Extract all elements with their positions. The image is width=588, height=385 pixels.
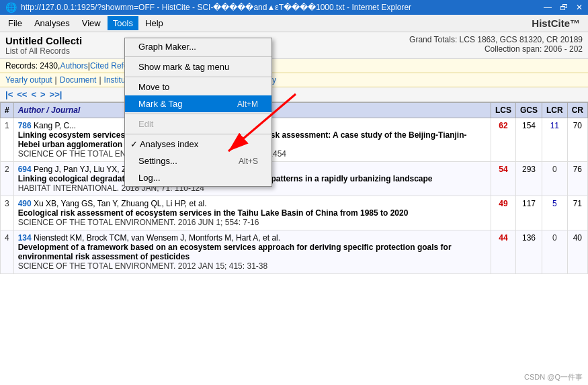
row-cr: 70	[567, 118, 587, 162]
record-source: SCIENCE OF THE TOTAL ENVIRONMENT. 2012 J…	[18, 261, 487, 271]
col-lcr: LCR	[542, 103, 567, 118]
table-row: 3490 Xu XB, Yang GS, Tan Y, Zhuang QL, L…	[1, 196, 588, 230]
tools-dropdown: Graph Maker... Show mark & tag menu Move…	[124, 38, 272, 187]
nav-links: Yearly output | Document | Institution |…	[0, 73, 588, 87]
edit-label: Edit	[138, 119, 153, 129]
dropdown-settings[interactable]: Settings... Alt+S	[125, 153, 271, 169]
row-num: 2	[1, 162, 14, 196]
table-row: 2694 Peng J, Pan YJ, Liu YX, Zhao HJ, Wa…	[1, 162, 588, 196]
dropdown-divider-2	[125, 77, 271, 77]
collection-title: Untitled Collecti	[5, 35, 82, 46]
record-source: SCIENCE OF THE TOTAL ENVIRONMENT. 2016 J…	[18, 218, 487, 227]
document-link[interactable]: Document	[60, 75, 97, 85]
record-authors: Nienstedt KM, Brock TCM, van Wensem J, M…	[34, 233, 280, 243]
log-label: Log...	[138, 173, 161, 183]
row-lcs: 49	[491, 196, 515, 230]
prev-pages-button[interactable]: <<	[17, 89, 27, 99]
record-authors: Xu XB, Yang GS, Tan Y, Zhuang QL, Li HP,…	[34, 199, 207, 208]
dropdown-divider-4	[125, 134, 271, 134]
row-lcs: 44	[491, 230, 515, 274]
row-cr: 76	[567, 162, 587, 196]
record-id[interactable]: 490	[18, 199, 34, 208]
table-container: # Author / Journal LCS GCS LCR CR 1786 K…	[0, 102, 588, 274]
authors-link[interactable]: Authors	[60, 61, 87, 71]
mark-tag-label: Mark & Tag	[138, 99, 183, 109]
dropdown-move-to[interactable]: Move to	[125, 79, 271, 95]
record-id[interactable]: 694	[18, 165, 34, 174]
show-mark-tag-label: Show mark & tag menu	[138, 62, 229, 72]
row-lcr: 0	[542, 230, 567, 274]
watermark: CSDN @Q一件事	[524, 372, 583, 382]
mark-tag-shortcut: Alt+M	[237, 99, 258, 109]
close-button[interactable]: ✕	[576, 3, 583, 12]
list-label: List of All Records	[5, 46, 82, 56]
settings-label: Settings...	[138, 156, 177, 166]
pagination: |< << < > >>|	[0, 87, 588, 102]
row-content: 134 Nienstedt KM, Brock TCM, van Wensem …	[13, 230, 491, 274]
row-gcs: 136	[515, 230, 542, 274]
dropdown-divider-3	[125, 114, 271, 114]
record-authors: Kang P, C...	[34, 121, 76, 130]
move-to-label: Move to	[138, 82, 169, 92]
first-page-button[interactable]: |<	[5, 89, 13, 99]
row-lcs: 62	[491, 118, 515, 162]
row-gcs: 154	[515, 118, 542, 162]
grand-totals-text: Grand Totals: LCS 1863, GCS 81320, CR 20…	[409, 35, 583, 44]
dropdown-log[interactable]: Log...	[125, 169, 271, 186]
minimize-button[interactable]: —	[544, 3, 552, 12]
last-page-button[interactable]: >>|	[50, 89, 62, 99]
menu-view[interactable]: View	[77, 16, 106, 30]
col-cr: CR	[567, 103, 587, 118]
dropdown-mark-tag[interactable]: Mark & Tag Alt+M	[125, 95, 271, 112]
record-id[interactable]: 786	[18, 121, 34, 130]
dropdown-analyses-index[interactable]: ✓ Analyses index	[125, 136, 271, 153]
yearly-output-link[interactable]: Yearly output	[5, 75, 52, 85]
dropdown-divider-1	[125, 56, 271, 57]
title-bar-text: http://127.0.0.1:1925/?showmm=OFF - Hist…	[21, 3, 411, 12]
menu-bar: File Analyses View Tools Help HistCite™	[0, 15, 588, 32]
row-cr: 71	[567, 196, 587, 230]
row-lcr: 11	[542, 118, 567, 162]
record-id[interactable]: 134	[18, 233, 34, 243]
graph-maker-label: Graph Maker...	[138, 42, 196, 52]
row-lcs: 54	[491, 162, 515, 196]
row-content: 490 Xu XB, Yang GS, Tan Y, Zhuang QL, Li…	[13, 196, 491, 230]
menu-file[interactable]: File	[3, 16, 28, 30]
col-lcs: LCS	[491, 103, 515, 118]
dropdown-graph-maker[interactable]: Graph Maker...	[125, 38, 271, 55]
browser-icon: 🌐	[5, 2, 17, 13]
prev-page-button[interactable]: <	[31, 89, 36, 99]
record-title: Development of a framework based on an e…	[18, 243, 487, 261]
title-bar: 🌐 http://127.0.0.1:1925/?showmm=OFF - Hi…	[0, 0, 588, 15]
menu-tools[interactable]: Tools	[108, 16, 138, 30]
settings-shortcut: Alt+S	[239, 157, 258, 166]
records-count: Records: 2430,	[5, 61, 60, 71]
records-bar: Records: 2430, Authors | Cited Reference…	[0, 59, 588, 73]
row-gcs: 293	[515, 162, 542, 196]
row-lcr: 0	[542, 162, 567, 196]
table-row: 4134 Nienstedt KM, Brock TCM, van Wensem…	[1, 230, 588, 274]
next-page-button[interactable]: >	[40, 89, 46, 99]
grand-totals: Grand Totals: LCS 1863, GCS 81320, CR 20…	[409, 35, 583, 54]
row-num: 1	[1, 118, 14, 162]
table-header-row: # Author / Journal LCS GCS LCR CR	[1, 103, 588, 118]
records-table: # Author / Journal LCS GCS LCR CR 1786 K…	[0, 102, 588, 274]
menu-help[interactable]: Help	[140, 16, 169, 30]
col-gcs: GCS	[515, 103, 542, 118]
analyses-index-label: ✓ Analyses index	[130, 139, 198, 149]
table-row: 1786 Kang P, C...Linking ecosystem servi…	[1, 118, 588, 162]
menu-analyses[interactable]: Analyses	[29, 16, 75, 30]
row-gcs: 117	[515, 196, 542, 230]
header-info: Untitled Collecti List of All Records Gr…	[0, 32, 588, 59]
row-lcr: 5	[542, 196, 567, 230]
row-num: 4	[1, 230, 14, 274]
dropdown-show-mark-tag[interactable]: Show mark & tag menu	[125, 58, 271, 75]
record-title: Ecological risk assessment of ecosystem …	[18, 208, 487, 218]
row-cr: 40	[567, 230, 587, 274]
col-num: #	[1, 103, 14, 118]
row-num: 3	[1, 196, 14, 230]
collection-span: Collection span: 2006 - 202	[409, 44, 583, 54]
dropdown-edit: Edit	[125, 116, 271, 132]
restore-button[interactable]: 🗗	[560, 3, 568, 12]
histcite-brand: HistCite™	[532, 17, 585, 29]
